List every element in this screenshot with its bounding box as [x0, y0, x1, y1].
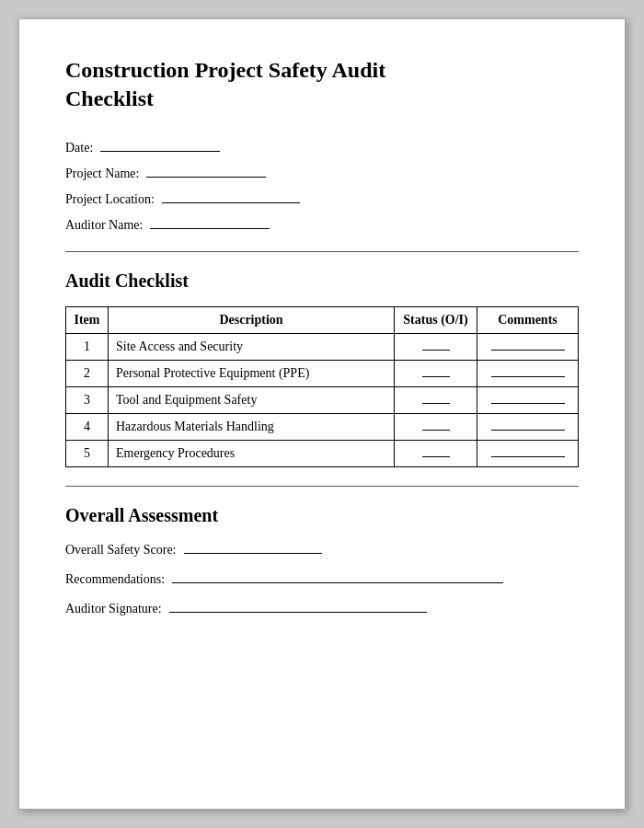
auditor-name-input-line[interactable] — [150, 216, 270, 229]
project-name-input-line[interactable] — [146, 165, 266, 178]
table-cell-item: 4 — [66, 414, 109, 441]
table-header-row: Item Description Status (O/I) Comments — [66, 307, 579, 334]
table-cell-description: Emergency Procedures — [109, 441, 395, 467]
table-cell-status[interactable] — [395, 414, 477, 441]
table-cell-comments[interactable] — [477, 387, 579, 414]
table-cell-description: Tool and Equipment Safety — [109, 387, 395, 414]
col-header-item: Item — [66, 307, 109, 334]
title-line2: Checklist — [65, 86, 154, 110]
table-cell-item: 3 — [66, 387, 109, 414]
table-cell-status[interactable] — [395, 361, 477, 387]
col-header-comments: Comments — [477, 307, 579, 334]
table-cell-status[interactable] — [395, 334, 477, 361]
auditor-name-field-row: Auditor Name: — [65, 216, 579, 233]
table-row: 1Site Access and Security — [66, 334, 579, 361]
auditor-name-label: Auditor Name: — [65, 218, 143, 233]
divider-2 — [65, 486, 579, 487]
project-location-field-row: Project Location: — [65, 190, 579, 207]
recommendations-row: Recommendations: — [65, 570, 579, 587]
project-name-field-row: Project Name: — [65, 165, 579, 181]
table-cell-comments[interactable] — [477, 361, 579, 387]
divider-1 — [65, 251, 579, 252]
table-cell-status[interactable] — [395, 441, 477, 467]
auditor-signature-input-line[interactable] — [169, 600, 427, 613]
table-cell-comments[interactable] — [477, 441, 579, 467]
recommendations-label: Recommendations: — [65, 572, 165, 587]
table-cell-status[interactable] — [395, 387, 477, 414]
date-label: Date: — [65, 141, 93, 155]
table-row: 2Personal Protective Equipment (PPE) — [66, 361, 579, 387]
safety-score-row: Overall Safety Score: — [65, 541, 579, 558]
date-field-row: Date: — [65, 139, 579, 155]
project-location-label: Project Location: — [65, 192, 155, 207]
col-header-status: Status (O/I) — [395, 307, 477, 334]
project-location-input-line[interactable] — [162, 190, 300, 203]
table-cell-item: 5 — [66, 441, 109, 467]
safety-score-label: Overall Safety Score: — [65, 543, 177, 558]
table-cell-description: Hazardous Materials Handling — [109, 414, 395, 441]
table-cell-comments[interactable] — [477, 414, 579, 441]
project-name-label: Project Name: — [65, 167, 139, 181]
assessment-section-title: Overall Assessment — [65, 505, 579, 526]
title-line1: Construction Project Safety Audit — [65, 58, 385, 82]
date-input-line[interactable] — [100, 139, 220, 152]
table-cell-comments[interactable] — [477, 334, 579, 361]
table-row: 4Hazardous Materials Handling — [66, 414, 579, 441]
table-row: 3Tool and Equipment Safety — [66, 387, 579, 414]
checklist-section-title: Audit Checklist — [65, 270, 579, 292]
table-cell-item: 2 — [66, 361, 109, 387]
table-row: 5Emergency Procedures — [66, 441, 579, 467]
table-cell-description: Site Access and Security — [109, 334, 395, 361]
audit-table: Item Description Status (O/I) Comments 1… — [65, 306, 579, 467]
table-cell-item: 1 — [66, 334, 109, 361]
recommendations-input-line[interactable] — [172, 570, 503, 583]
document-title: Construction Project Safety Audit Checkl… — [65, 56, 579, 113]
table-cell-description: Personal Protective Equipment (PPE) — [109, 361, 395, 387]
safety-score-input-line[interactable] — [184, 541, 322, 554]
auditor-signature-row: Auditor Signature: — [65, 600, 579, 616]
col-header-description: Description — [109, 307, 395, 334]
auditor-signature-label: Auditor Signature: — [65, 602, 162, 616]
assessment-section: Overall Assessment Overall Safety Score:… — [65, 505, 579, 616]
document-page: Construction Project Safety Audit Checkl… — [18, 18, 626, 810]
